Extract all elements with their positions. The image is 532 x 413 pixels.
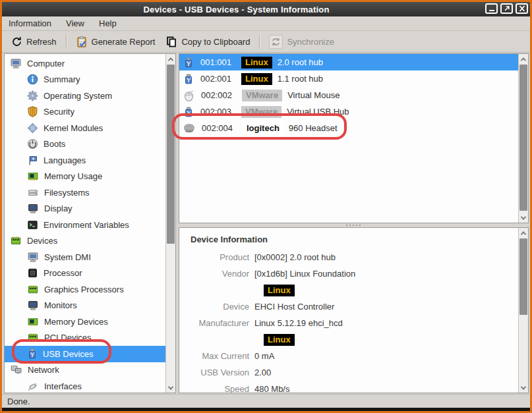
terminal-icon xyxy=(27,219,38,231)
sidebar-item-devices[interactable]: Devices xyxy=(5,233,165,250)
mouse-icon xyxy=(183,90,194,101)
shield-icon xyxy=(27,106,38,117)
sidebar-item-graphics-processors[interactable]: Graphics Processors xyxy=(5,281,165,298)
info-label: Speed xyxy=(183,384,249,393)
usb-row-002-003[interactable]: 002:003VMwareVirtual USB Hub xyxy=(179,103,518,120)
vendor-badge: Linux xyxy=(264,334,295,346)
sidebar-item-label: Languages xyxy=(44,155,86,165)
info-label: USB Version xyxy=(183,368,249,377)
menu-help[interactable]: Help xyxy=(99,18,117,28)
info-scrollbar[interactable] xyxy=(518,228,528,393)
headset-icon xyxy=(183,123,195,134)
sidebar-item-display[interactable]: Display xyxy=(5,201,165,217)
sidebar-item-label: Summary xyxy=(44,74,80,84)
maximize-button[interactable] xyxy=(500,3,513,14)
toolbar: Refresh Generate Report Copy to Clipboar… xyxy=(2,31,530,53)
menu-view[interactable]: View xyxy=(66,18,84,28)
sidebar-item-label: Interfaces xyxy=(44,381,82,391)
usb-bus-id: 002:002 xyxy=(201,90,242,100)
vendor-badge: Linux xyxy=(241,73,272,85)
scroll-down-icon[interactable] xyxy=(519,383,528,393)
list-scrollbar[interactable] xyxy=(518,54,528,223)
window-bottom-edge xyxy=(2,408,530,411)
sidebar-item-interfaces[interactable]: Interfaces xyxy=(5,378,165,393)
info-row: Product[0x0002] 2.0 root hub xyxy=(183,249,518,265)
minimize-button[interactable] xyxy=(485,3,498,14)
copy-icon xyxy=(165,36,177,48)
sidebar-item-label: Monitors xyxy=(44,300,77,310)
usb-row-002-004[interactable]: 002:004logitech960 Headset xyxy=(179,120,518,136)
sidebar-item-pci-devices[interactable]: PCI Devices xyxy=(5,330,165,346)
usb-row-001-001[interactable]: 001:001Linux2.0 root hub xyxy=(179,54,518,70)
info-row: DeviceEHCI Host Controller xyxy=(183,298,518,315)
usb-device-name: Virtual Mouse xyxy=(287,90,340,100)
sidebar-item-usb-devices[interactable]: USB Devices xyxy=(5,346,165,362)
sidebar-item-label: Filesystems xyxy=(44,188,90,198)
scrollbar-thumb[interactable] xyxy=(167,65,175,244)
info-value: EHCI Host Controller xyxy=(254,302,334,312)
scroll-up-icon[interactable] xyxy=(519,228,528,238)
sidebar-item-monitors[interactable]: Monitors xyxy=(5,298,165,314)
info-value: [0x0002] 2.0 root hub xyxy=(254,252,336,262)
drive-icon xyxy=(27,187,39,198)
copy-to-clipboard-label: Copy to Clipboard xyxy=(181,37,250,47)
gear-icon xyxy=(27,90,38,101)
info-row: USB Version2.00 xyxy=(183,364,518,381)
usb-row-002-001[interactable]: 002:001Linux1.1 root hub xyxy=(179,70,518,87)
monitor-icon xyxy=(27,300,39,311)
scroll-up-icon[interactable] xyxy=(519,54,528,64)
sidebar-item-filesystems[interactable]: Filesystems xyxy=(5,184,165,201)
copy-to-clipboard-button[interactable]: Copy to Clipboard xyxy=(160,33,255,51)
cpu-icon xyxy=(27,267,38,279)
scrollbar-thumb[interactable] xyxy=(519,238,527,315)
info-label: Max Current xyxy=(183,351,249,361)
sidebar-scrollbar[interactable] xyxy=(165,54,175,393)
info-row: Linux xyxy=(183,331,518,348)
sidebar-item-processor[interactable]: Processor xyxy=(5,265,165,282)
usb-icon xyxy=(183,57,194,69)
sidebar-item-system-dmi[interactable]: System DMI xyxy=(5,249,165,265)
generate-report-button[interactable]: Generate Report xyxy=(71,33,161,51)
titlebar[interactable]: Devices - USB Devices - System Informati… xyxy=(2,2,530,16)
power-icon xyxy=(27,138,38,150)
sidebar-item-kernel-modules[interactable]: Kernel Modules xyxy=(5,120,165,136)
window-controls xyxy=(485,3,528,14)
sidebar-item-computer[interactable]: Computer xyxy=(5,55,165,72)
scroll-down-icon[interactable] xyxy=(519,213,528,223)
usb-icon xyxy=(27,348,38,360)
memory-chip-icon xyxy=(27,171,39,182)
sidebar-item-memory-devices[interactable]: Memory Devices xyxy=(5,314,165,330)
sidebar-item-label: Computer xyxy=(27,59,65,69)
sidebar-item-environment-variables[interactable]: Environment Variables xyxy=(5,217,165,233)
menu-information[interactable]: Information xyxy=(9,18,51,28)
sidebar-item-label: Security xyxy=(44,107,74,117)
device-info-title: Device Information xyxy=(183,234,518,244)
sidebar-item-memory-usage[interactable]: Memory Usage xyxy=(5,169,165,185)
info-value: Linux 5.12.19 ehci_hcd xyxy=(254,318,343,328)
vendor-badge: VMware xyxy=(242,90,282,101)
close-button[interactable] xyxy=(516,3,528,14)
sidebar-item-label: Operating System xyxy=(44,91,112,101)
usb-row-002-002[interactable]: 002:002VMwareVirtual Mouse xyxy=(179,87,518,103)
sidebar-item-operating-system[interactable]: Operating System xyxy=(5,88,165,104)
scrollbar-thumb[interactable] xyxy=(519,65,527,211)
synchronize-icon xyxy=(269,35,283,49)
sidebar-item-security[interactable]: Security xyxy=(5,104,165,121)
close-icon xyxy=(518,5,526,12)
splitter-grip-icon xyxy=(346,225,362,226)
sidebar-item-languages[interactable]: Languages xyxy=(5,152,165,169)
sidebar-item-label: Environment Variables xyxy=(44,220,129,230)
sidebar-item-summary[interactable]: Summary xyxy=(5,72,165,88)
usb-bus-id: 002:004 xyxy=(202,123,243,133)
sidebar-item-boots[interactable]: Boots xyxy=(5,136,165,153)
scroll-down-icon[interactable] xyxy=(166,383,175,393)
info-row: ManufacturerLinux 5.12.19 ehci_hcd xyxy=(183,315,518,331)
scroll-up-icon[interactable] xyxy=(166,54,175,64)
refresh-button[interactable]: Refresh xyxy=(6,34,62,50)
minimize-icon xyxy=(488,5,496,12)
computer-icon xyxy=(27,252,39,263)
sidebar-item-network[interactable]: Network xyxy=(5,362,165,379)
status-text: Done. xyxy=(7,397,30,406)
synchronize-button[interactable]: Synchronize xyxy=(264,32,340,51)
info-label: Manufacturer xyxy=(183,318,249,328)
